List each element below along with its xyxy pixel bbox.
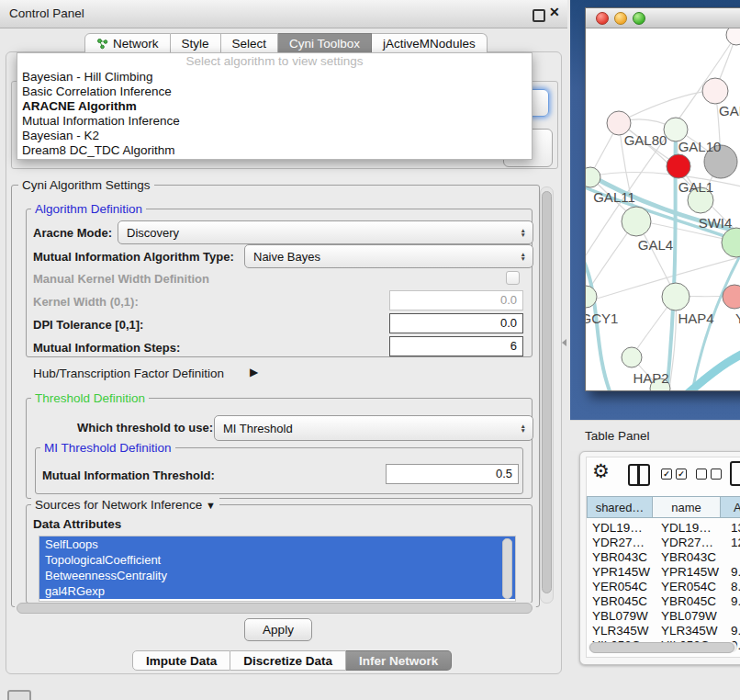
tab-style[interactable]: Style [171,33,221,54]
table-row[interactable]: YLR345W YLR345W 9. [587,624,740,638]
settings-hscrollbar-thumb[interactable] [17,603,533,614]
cell: 13 [729,521,740,536]
network-view-window[interactable]: GAL80 GAL10 GAL1 GAL11 SWI4 GAL4 GCY1 HA… [585,7,740,391]
tab-label: jActiveMNodules [383,37,476,51]
cell: YBR045C [657,594,729,609]
dpi-tolerance-field[interactable]: 0.0 [389,313,523,333]
settings-scrollbar[interactable] [540,186,554,604]
cell: 9. [729,624,740,638]
node-label: GAL80 [624,132,667,148]
column-header-name[interactable]: name [653,496,721,518]
split-columns-icon[interactable] [628,464,650,486]
attributes-scrollbar-thumb[interactable] [502,538,512,599]
tab-discretize-data[interactable]: Discretize Data [230,650,346,671]
aracne-mode-combobox[interactable]: Discovery ▲▼ [118,220,533,244]
attribute-item[interactable]: TopologicalCoefficient [39,552,515,568]
sources-title-text: Sources for Network Inference [35,498,202,512]
tab-label: Network [113,37,159,51]
node-hap4[interactable] [662,283,690,310]
network-window-titlebar[interactable] [586,8,740,28]
hub-expander-label[interactable]: Hub/Transcription Factor Definition [33,367,224,380]
float-window-icon[interactable] [533,9,545,22]
table-hscrollbar[interactable] [589,642,737,652]
gear-icon[interactable]: ⚙ [592,461,610,480]
cell [729,609,740,624]
table-row[interactable]: YBR045C YBR045C 9. [587,594,740,609]
threshold-definition-title: Threshold Definition [31,391,149,405]
table-hscrollbar-thumb[interactable] [589,642,734,653]
node-label: Y [735,310,740,326]
settings-hscrollbar[interactable] [15,603,536,613]
dropdown-item[interactable]: Mutual Information Inference [17,114,532,129]
close-icon[interactable]: ✕ [549,5,560,19]
tab-jactivemnodules[interactable]: jActiveMNodules [372,33,488,54]
attribute-item[interactable]: SelfLoops [39,536,515,552]
table-row[interactable]: YPR145W YPR145W 9. [587,565,740,580]
attribute-item[interactable]: gal4RGexp [39,583,515,599]
tab-label: Discretize Data [243,654,332,668]
zoom-traffic-light-icon[interactable] [633,12,645,25]
mi-threshold-label: Mutual Information Threshold: [42,469,215,482]
unchecked-checkbox-icon[interactable] [711,469,722,480]
dropdown-item[interactable]: Basic Correlation Inference [17,85,532,99]
tab-select[interactable]: Select [221,33,279,54]
node-partial-top[interactable] [726,28,740,45]
apply-button[interactable]: Apply [244,618,312,641]
mi-threshold-group-title: MI Threshold Definition [40,441,175,455]
table-row[interactable]: YBR043C YBR043C [587,550,740,565]
sources-group-title: Sources for Network Inference ▼ [31,498,219,512]
mi-type-combobox[interactable]: Naive Bayes ▲▼ [244,244,533,268]
minimize-traffic-light-icon[interactable] [614,12,627,25]
panel-divider-collapse-icon[interactable] [562,339,566,346]
which-threshold-combobox[interactable]: MI Threshold ▲▼ [214,415,533,441]
close-traffic-light-icon[interactable] [596,12,609,25]
node-gal-partial[interactable] [702,78,728,104]
cell: 8. [729,580,740,594]
tab-cyni-toolbox[interactable]: Cyni Toolbox [278,33,372,54]
node-label: HAP2 [633,370,668,386]
dropdown-item-selected[interactable]: ARACNE Algorithm [17,99,532,114]
collapse-arrow-icon[interactable]: ▼ [206,500,216,511]
collapsed-panel-button[interactable] [7,690,31,700]
document-icon[interactable] [730,461,740,486]
node-gal4[interactable] [622,207,651,236]
expander-arrow-icon[interactable]: ▶ [250,366,258,378]
node-label: HAP4 [678,310,713,326]
tab-label: Cyni Toolbox [289,37,360,51]
node-swi4[interactable] [722,228,740,257]
unchecked-checkbox-icon[interactable] [696,469,707,480]
node-label: GAL11 [593,189,635,205]
table-row[interactable]: YBL079W YBL079W [587,609,740,624]
data-attributes-list[interactable]: SelfLoops TopologicalCoefficient Between… [39,536,516,602]
aracne-mode-label: Aracne Mode: [33,226,112,240]
settings-scrollbar-thumb[interactable] [542,191,552,593]
which-threshold-value: MI Threshold [223,422,293,435]
attribute-item[interactable]: BetweennessCentrality [39,568,515,583]
table-row[interactable]: YDL19… YDL19… 13 [587,521,740,536]
mi-type-value: Naive Bayes [253,250,320,264]
dropdown-item[interactable]: Bayesian - K2 [17,129,532,143]
dropdown-item[interactable]: Dream8 DC_TDC Algorithm [17,143,532,158]
tab-network[interactable]: Network [84,33,171,54]
table-row[interactable]: YER054C YER054C 8. [587,580,740,594]
checked-checkbox-icon[interactable]: ✓ [661,469,672,480]
tab-infer-network[interactable]: Infer Network [346,650,452,671]
cell: 9. [729,565,740,580]
network-canvas[interactable]: GAL80 GAL10 GAL1 GAL11 SWI4 GAL4 GCY1 HA… [586,28,740,390]
tab-label: Impute Data [146,654,217,668]
table-row[interactable]: YDR27… YDR27… 12 [587,536,740,550]
manual-kernel-checkbox[interactable] [506,271,520,285]
mi-steps-field[interactable]: 6 [389,336,523,356]
data-attributes-label: Data Attributes [33,517,121,531]
node-hap2[interactable] [622,347,642,367]
algorithm-definition-title: Algorithm Definition [31,202,146,216]
tab-impute-data[interactable]: Impute Data [132,650,230,671]
checked-checkbox-icon[interactable]: ✓ [676,469,687,480]
column-header-sharedname[interactable]: shared… [587,496,653,518]
mi-threshold-field[interactable]: 0.5 [386,464,519,484]
node-label: GAL10 [678,139,722,154]
cyni-bottom-tabs: Impute Data Discretize Data Infer Networ… [132,650,452,671]
column-header-partial[interactable]: A [721,496,740,518]
dropdown-item[interactable]: Bayesian - Hill Climbing [17,70,532,85]
node-selected-red[interactable] [667,154,690,178]
